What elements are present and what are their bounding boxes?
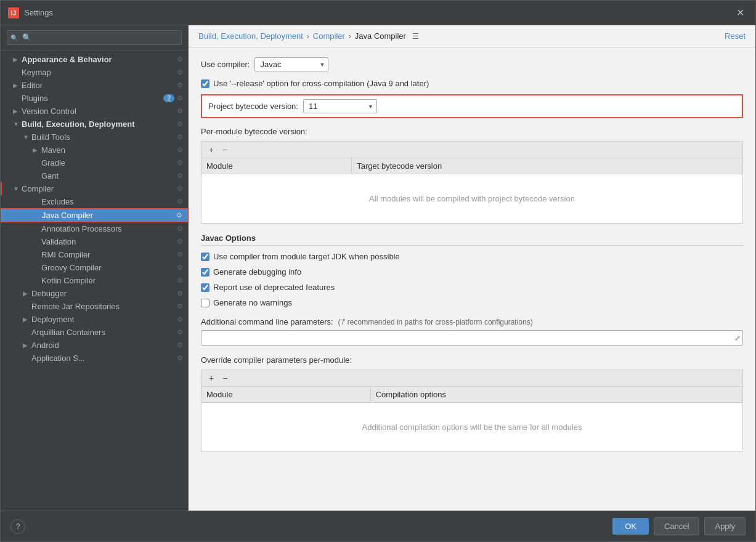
breadcrumb-item-1[interactable]: Build, Execution, Deployment: [198, 31, 303, 41]
sidebar-item-label: Gant: [41, 171, 174, 180]
dialog-footer: ? OK Cancel Apply: [1, 511, 755, 541]
sidebar-item-label: Excludes: [41, 197, 174, 206]
remove-module-button[interactable]: −: [220, 144, 230, 155]
reset-button[interactable]: Reset: [725, 31, 746, 41]
arrow-icon: ▶: [13, 108, 22, 115]
sidebar-item-deployment[interactable]: ▶ Deployment ⚙: [1, 313, 188, 326]
sidebar-item-editor[interactable]: ▶ Editor ⚙: [1, 79, 188, 92]
add-module-button[interactable]: +: [206, 144, 216, 155]
gear-icon: ⚙: [177, 251, 183, 259]
arrow-icon: ▼: [23, 134, 31, 140]
sidebar-item-compiler[interactable]: ▼ Compiler ⚙: [1, 182, 188, 195]
title-bar: IJ Settings ✕: [1, 1, 755, 25]
ok-button[interactable]: OK: [612, 518, 649, 535]
apply-button[interactable]: Apply: [704, 517, 746, 535]
gear-icon: ⚙: [177, 289, 183, 297]
gear-icon: ⚙: [177, 146, 183, 154]
empty-text: All modules will be compiled with projec…: [201, 174, 743, 224]
opt1-label: Use compiler from module target JDK when…: [213, 252, 400, 261]
main-content: Build, Execution, Deployment › Compiler …: [189, 25, 755, 511]
compilation-col-header: Compilation options: [370, 387, 742, 403]
search-input[interactable]: [7, 30, 182, 45]
remove-override-button[interactable]: −: [220, 373, 230, 384]
sidebar-item-build-tools[interactable]: ▼ Build Tools ⚙: [1, 131, 188, 144]
sidebar-item-appearance[interactable]: ▶ Appearance & Behavior ⚙: [1, 53, 188, 66]
sidebar-item-label: Gradle: [41, 158, 174, 168]
bookmark-icon: ☰: [412, 32, 419, 41]
close-button[interactable]: ✕: [733, 6, 748, 20]
sidebar-item-debugger[interactable]: ▶ Debugger ⚙: [1, 287, 188, 300]
use-compiler-label: Use compiler:: [201, 60, 250, 69]
sidebar-item-label: Build, Execution, Deployment: [22, 119, 174, 129]
javac-section-title: Javac Options: [201, 233, 743, 246]
cancel-button[interactable]: Cancel: [654, 517, 699, 535]
expand-button[interactable]: ⤢: [734, 334, 741, 342]
gear-icon: ⚙: [177, 341, 183, 349]
cross-compile-row: Use '--release' option for cross-compila…: [201, 79, 743, 88]
sidebar-item-maven[interactable]: ▶ Maven ⚙: [1, 144, 188, 156]
sidebar-item-annotation-processors[interactable]: Annotation Processors ⚙: [1, 222, 188, 235]
sidebar-item-gant[interactable]: Gant ⚙: [1, 169, 188, 182]
arrow-icon: ▶: [33, 147, 41, 153]
sidebar-item-version-control[interactable]: ▶ Version Control ⚙: [1, 105, 188, 118]
module-col2-header: Module: [201, 387, 371, 403]
gear-icon: ⚙: [177, 81, 183, 89]
opt3-label: Report use of deprecated features: [213, 283, 335, 292]
sidebar-item-keymap[interactable]: Keymap ⚙: [1, 66, 188, 79]
dialog-body: ▶ Appearance & Behavior ⚙ Keymap ⚙ ▶ Edi…: [1, 25, 755, 511]
table-empty-row: All modules will be compiled with projec…: [201, 174, 743, 224]
help-button[interactable]: ?: [10, 519, 25, 534]
opt4-row: Generate no warnings: [201, 298, 743, 307]
sidebar-item-label: Android: [31, 341, 174, 350]
breadcrumb-item-3: Java Compiler: [355, 31, 406, 41]
gear-icon: ⚙: [177, 238, 183, 246]
additional-params-input[interactable]: [201, 330, 743, 346]
arrow-icon: ▼: [13, 185, 22, 192]
gear-icon: ⚙: [177, 277, 183, 285]
sidebar-item-plugins[interactable]: Plugins 2 ⚙: [1, 92, 188, 105]
opt2-row: Generate debugging info: [201, 267, 743, 277]
target-col-header: Target bytecode version: [352, 158, 743, 174]
bytecode-select[interactable]: 8 9 10 11 12 13 14 15 16 17: [303, 99, 377, 113]
sidebar-item-validation[interactable]: Validation ⚙: [1, 235, 188, 248]
opt4-checkbox[interactable]: [201, 299, 209, 307]
breadcrumb-item-2[interactable]: Compiler: [313, 31, 345, 41]
cross-compile-checkbox[interactable]: [201, 79, 209, 88]
opt2-checkbox[interactable]: [201, 268, 209, 277]
arrow-icon: ▶: [23, 316, 31, 323]
sidebar-item-build-execution[interactable]: ▼ Build, Execution, Deployment ⚙: [1, 118, 188, 131]
sidebar-item-arquillian[interactable]: Arquillian Containers ⚙: [1, 326, 188, 339]
app-icon: IJ: [8, 7, 19, 18]
sidebar-item-gradle[interactable]: Gradle ⚙: [1, 156, 188, 169]
override-empty-text: Additional compilation options will be t…: [201, 403, 743, 452]
sidebar-item-groovy-compiler[interactable]: Groovy Compiler ⚙: [1, 261, 188, 274]
sidebar-item-label: Validation: [41, 237, 174, 246]
sidebar-item-kotlin-compiler[interactable]: Kotlin Compiler ⚙: [1, 274, 188, 287]
sidebar-item-label: Maven: [41, 145, 174, 155]
sidebar-item-application-s[interactable]: Application S... ⚙: [1, 352, 188, 365]
breadcrumb-sep-1: ›: [307, 32, 309, 41]
opt1-checkbox[interactable]: [201, 253, 209, 261]
additional-params-note: ('/' recommended in paths for cross-plat…: [338, 318, 533, 326]
add-override-button[interactable]: +: [206, 373, 216, 384]
sidebar-item-excludes[interactable]: Excludes ⚙: [1, 195, 188, 208]
sidebar: ▶ Appearance & Behavior ⚙ Keymap ⚙ ▶ Edi…: [1, 25, 189, 511]
sidebar-item-label: Keymap: [22, 68, 174, 77]
sidebar-item-rmi-compiler[interactable]: RMI Compiler ⚙: [1, 248, 188, 261]
sidebar-item-java-compiler[interactable]: Java Compiler ⚙: [1, 208, 188, 222]
override-empty-row: Additional compilation options will be t…: [201, 403, 743, 452]
sidebar-item-remote-jar[interactable]: Remote Jar Repositories ⚙: [1, 300, 188, 313]
sidebar-item-label: Application S...: [31, 354, 174, 363]
sidebar-item-label: Groovy Compiler: [41, 263, 174, 272]
search-wrapper: [7, 30, 182, 45]
opt3-checkbox[interactable]: [201, 283, 209, 292]
sidebar-item-android[interactable]: ▶ Android ⚙: [1, 339, 188, 352]
sidebar-item-label: RMI Compiler: [41, 250, 174, 259]
opt4-label: Generate no warnings: [213, 298, 292, 307]
javac-options-section: Javac Options Use compiler from module t…: [201, 233, 743, 307]
sidebar-item-label: Remote Jar Repositories: [31, 302, 174, 311]
sidebar-item-label: Build Tools: [31, 132, 174, 142]
compiler-select[interactable]: Javac Eclipse Ajc: [254, 57, 328, 71]
sidebar-tree: ▶ Appearance & Behavior ⚙ Keymap ⚙ ▶ Edi…: [1, 51, 188, 511]
title-bar-left: IJ Settings: [8, 7, 53, 18]
